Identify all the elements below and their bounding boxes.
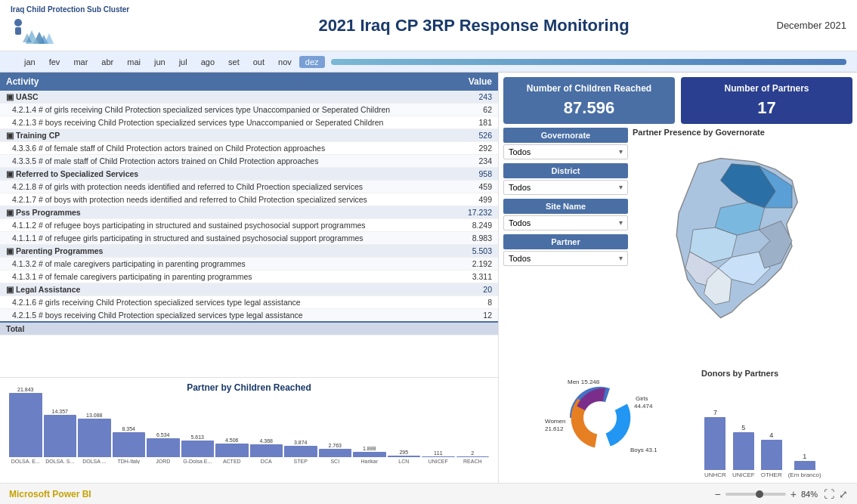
bar-value: 13.088	[86, 413, 102, 418]
bar-label: SCI	[319, 459, 352, 464]
donor-bar-value: 5	[741, 424, 745, 431]
filter-district-label: District	[503, 163, 628, 178]
group-name: ▣ Referred to Specialized Services	[0, 168, 453, 181]
chevron-down-icon-2: ▾	[619, 183, 623, 191]
row-value: 292	[453, 142, 498, 155]
row-value: 499	[453, 193, 498, 206]
row-label: 4.1.1.1 # of refugee girls participating…	[0, 232, 453, 245]
logo-title: Iraq Child Protection Sub Cluster	[11, 5, 129, 14]
row-label: 4.2.1.6 # girls receiving Child Protecti…	[0, 296, 453, 309]
bar-item: 13.088 DOLSA ...	[78, 413, 111, 464]
filter-governorate-select[interactable]: Todos ▾	[503, 144, 628, 159]
row-label: 4.3.3.5 # of male staff of Child Protect…	[0, 155, 453, 168]
row-value: 62	[453, 104, 498, 116]
table-area: Activity Value ▣ UASC2434.2.1.4 # of gir…	[0, 73, 498, 377]
main-content: Activity Value ▣ UASC2434.2.1.4 # of gir…	[0, 73, 857, 483]
timeline-month-dez[interactable]: dez	[299, 56, 325, 68]
bar-label: JORD	[147, 459, 180, 464]
total-label: Total	[0, 322, 453, 335]
bar-rect	[181, 441, 215, 457]
timeline-month-fev[interactable]: fev	[43, 56, 67, 68]
map-title: Partner Presence by Governorate	[633, 128, 852, 137]
table-row: 4.2.1.5 # boys receiving Child Protectio…	[0, 309, 498, 323]
bar-item: 8.354 TDH-Italy	[113, 426, 146, 464]
donor-bar-label: (Em branco)	[788, 472, 821, 478]
fullscreen-icon[interactable]: ⛶	[824, 488, 834, 500]
table-row: 4.2.1.8 # of girls with protection needs…	[0, 181, 498, 193]
row-label: 4.2.1.5 # boys receiving Child Protectio…	[0, 309, 453, 323]
timeline-month-nov[interactable]: nov	[272, 56, 298, 68]
kpi-children-label: Number of Children Reached	[509, 83, 669, 95]
timeline-month-abr[interactable]: abr	[95, 56, 119, 68]
timeline-month-mar[interactable]: mar	[67, 56, 94, 68]
bar-rect	[319, 449, 352, 457]
bar-value: 295	[399, 450, 408, 455]
table-row: 4.2.1.7 # of boys with protection needs …	[0, 193, 498, 206]
row-value: 12	[453, 309, 498, 323]
chevron-down-icon-3: ▾	[619, 218, 623, 227]
row-label: 4.1.1.2 # of refugee boys participating …	[0, 219, 453, 232]
timeline-month-jan[interactable]: jan	[18, 56, 42, 68]
svg-point-0	[14, 19, 22, 26]
bar-value: 3.874	[294, 440, 308, 445]
svg-marker-6	[45, 33, 54, 44]
bar-item: 4.506 ACTED	[215, 438, 249, 464]
bar-item: 1.888 Harikar	[353, 446, 386, 464]
zoom-slider[interactable]	[726, 493, 786, 496]
bar-label: ACTED	[215, 459, 249, 464]
bar-item: 2.763 SCI	[319, 443, 352, 464]
logo-svg	[11, 15, 56, 45]
map-area: Partner Presence by Governorate	[633, 128, 852, 365]
bar-item: 295 LCN	[388, 450, 421, 464]
svg-point-8	[583, 401, 617, 434]
bar-item: 4.368 DCA	[250, 438, 283, 464]
kpi-partners-value: 17	[687, 98, 846, 118]
col-activity: Activity	[0, 73, 453, 91]
filter-governorate: Governorate Todos ▾	[503, 128, 628, 159]
filter-district: District Todos ▾	[503, 163, 628, 195]
zoom-out-button[interactable]: −	[715, 488, 721, 500]
col-value: Value	[453, 73, 498, 91]
filter-partner-select[interactable]: Todos ▾	[503, 251, 628, 266]
timeline-month-ago[interactable]: ago	[195, 56, 221, 68]
bar-value: 4.506	[225, 438, 239, 443]
zoom-in-button[interactable]: +	[790, 488, 797, 500]
group-value: 17.232	[453, 206, 498, 219]
row-value: 2.192	[453, 258, 498, 271]
footer: Microsoft Power BI − + 84% ⛶ ⤢	[0, 483, 857, 504]
filter-site-select[interactable]: Todos ▾	[503, 215, 628, 230]
timeline-month-out[interactable]: out	[247, 56, 271, 68]
group-name: ▣ UASC	[0, 91, 453, 104]
iraq-map-svg	[633, 138, 852, 365]
boys-label: Boys 43.122	[630, 447, 657, 453]
filters-col: Governorate Todos ▾ District Todos ▾	[503, 128, 628, 365]
donor-bar-label: UNHCR	[704, 472, 726, 478]
svg-rect-1	[15, 27, 21, 35]
women-label: Women	[545, 418, 565, 425]
bar-label: DOLSA. E...	[9, 459, 42, 464]
expand-icon[interactable]: ⤢	[839, 488, 848, 500]
kpi-row: Number of Children Reached 87.596 Number…	[503, 77, 852, 124]
timeline-month-set[interactable]: set	[222, 56, 246, 68]
filter-district-select[interactable]: Todos ▾	[503, 180, 628, 195]
timeline-month-jul[interactable]: jul	[173, 56, 193, 68]
total-value	[453, 322, 498, 335]
table-group-row: ▣ Pss Programmes17.232	[0, 206, 498, 219]
timeline-month-mai[interactable]: mai	[121, 56, 147, 68]
bar-value: 1.888	[363, 446, 376, 451]
timeline-month-jun[interactable]: jun	[148, 56, 172, 68]
group-name: ▣ Training CP	[0, 129, 453, 142]
women-value: 21.612	[545, 425, 564, 432]
donut-area: Girls 44.474 Boys 43.122 Women 21.612 Me…	[503, 369, 697, 478]
bar-value: 14.357	[52, 409, 68, 414]
table-group-row: ▣ Parenting Programmes5.503	[0, 245, 498, 258]
table-row: 4.3.3.6 # of female staff of Child Prote…	[0, 142, 498, 155]
filter-site: Site Name Todos ▾	[503, 199, 628, 230]
powerbi-link[interactable]: Microsoft Power BI	[9, 489, 91, 499]
bar-rect	[250, 444, 283, 457]
header-title: 2021 Iraq CP 3RP Response Monitoring	[192, 16, 756, 36]
timeline-bar[interactable]	[331, 59, 846, 65]
row-label: 4.2.1.3 # boys receiving Child Protectio…	[0, 116, 453, 129]
bar-rect	[44, 415, 77, 457]
logo-graphic	[11, 15, 56, 45]
